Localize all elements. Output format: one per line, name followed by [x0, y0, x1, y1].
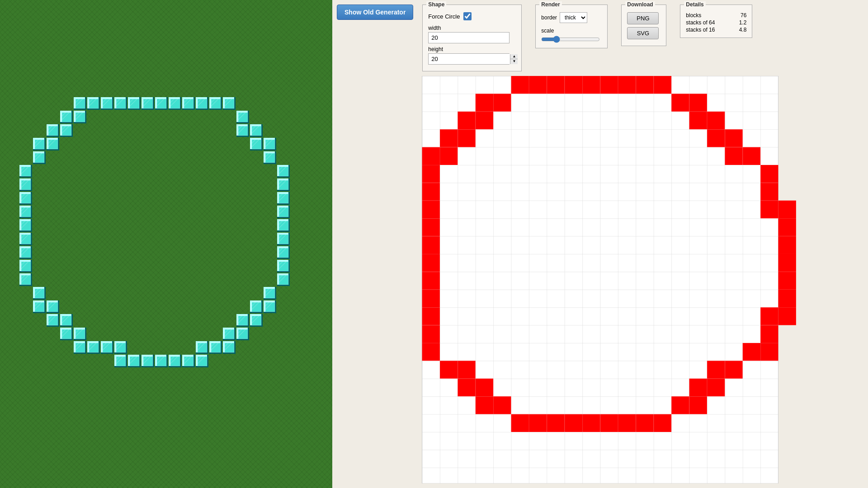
stacks-16-label: stacks of 16 [686, 27, 715, 33]
svg-rect-371 [182, 355, 195, 357]
svg-rect-679 [778, 254, 796, 272]
svg-rect-480 [236, 328, 238, 340]
svg-rect-155 [60, 111, 73, 113]
height-field: height ▲ ▼ [428, 46, 516, 65]
height-input[interactable] [429, 54, 510, 64]
svg-rect-146 [47, 314, 59, 316]
svg-rect-228 [87, 97, 89, 110]
svg-rect-552 [264, 300, 265, 313]
svg-rect-21 [19, 192, 21, 205]
svg-rect-578 [277, 192, 290, 194]
svg-rect-623 [277, 260, 290, 262]
svg-rect-209 [74, 328, 86, 329]
blocks-label: blocks [686, 12, 701, 19]
svg-rect-560 [277, 165, 290, 167]
height-label: height [428, 46, 516, 52]
svg-rect-236 [87, 341, 100, 343]
svg-rect-489 [250, 124, 252, 137]
force-circle-row: Force Circle [428, 12, 516, 20]
blocks-row: blocks 76 [686, 12, 746, 19]
scale-row: scale [541, 28, 602, 44]
height-increment-button[interactable]: ▲ [510, 54, 518, 59]
svg-rect-326 [155, 97, 168, 99]
download-group-label: Download [625, 1, 655, 8]
svg-rect-201 [74, 111, 75, 123]
svg-rect-264 [114, 97, 116, 110]
svg-rect-291 [128, 97, 130, 110]
svg-rect-407 [209, 97, 222, 99]
force-circle-checkbox[interactable] [463, 12, 472, 20]
svg-rect-587 [277, 206, 290, 207]
svg-rect-389 [196, 341, 208, 343]
svg-rect-417 [209, 341, 211, 354]
show-old-generator-button[interactable]: Show Old Generator [337, 5, 413, 20]
circle-preview [13, 90, 320, 398]
shape-group-label: Shape [426, 1, 446, 8]
svg-rect-165 [60, 124, 62, 137]
svg-rect-290 [128, 97, 141, 99]
border-label: border [541, 14, 557, 21]
svg-rect-300 [128, 355, 130, 367]
svg-rect-633 [277, 273, 279, 286]
svg-rect-399 [196, 355, 198, 367]
svg-rect-596 [277, 219, 290, 221]
svg-rect-524 [264, 138, 276, 140]
scale-slider[interactable] [541, 36, 600, 43]
svg-rect-246 [101, 97, 103, 110]
svg-rect-183 [60, 328, 62, 340]
svg-rect-498 [250, 138, 252, 150]
svg-rect-182 [60, 328, 73, 329]
svg-rect-673 [778, 201, 796, 218]
svg-rect-425 [223, 97, 236, 99]
border-row: border thin thick none [541, 12, 602, 23]
grid-svg [337, 76, 863, 483]
svg-rect-200 [74, 111, 86, 113]
svg-rect-615 [277, 246, 279, 259]
svg-rect-443 [223, 341, 236, 343]
svg-rect-110 [33, 300, 46, 302]
svg-rect-245 [101, 97, 113, 99]
svg-rect-453 [236, 111, 238, 123]
grid-area [337, 76, 863, 483]
width-label: width [428, 25, 516, 31]
svg-rect-683 [778, 290, 796, 307]
svg-download-button[interactable]: SVG [627, 27, 659, 39]
svg-rect-362 [182, 97, 195, 99]
width-input[interactable] [428, 32, 509, 43]
top-bar: Show Old Generator Shape Force Circle wi… [337, 5, 863, 71]
svg-rect-588 [277, 206, 279, 218]
height-decrement-button[interactable]: ▼ [510, 59, 518, 64]
border-select[interactable]: thin thick none [560, 12, 587, 23]
svg-rect-12 [19, 178, 21, 191]
svg-rect-444 [223, 341, 225, 354]
svg-rect-561 [277, 165, 279, 178]
svg-rect-416 [209, 341, 222, 343]
svg-rect-681 [778, 272, 796, 289]
svg-rect-398 [196, 355, 208, 357]
svg-rect-164 [60, 124, 73, 126]
svg-rect-713 [422, 76, 778, 483]
svg-rect-570 [277, 178, 279, 191]
svg-rect-191 [74, 97, 86, 99]
svg-rect-192 [74, 97, 75, 110]
svg-rect-273 [114, 341, 116, 354]
height-spin-buttons: ▲ ▼ [510, 54, 518, 64]
svg-rect-156 [60, 111, 62, 123]
blocks-value: 76 [741, 12, 746, 19]
png-download-button[interactable]: PNG [627, 12, 659, 24]
svg-rect-335 [155, 355, 168, 357]
svg-rect-20 [19, 192, 32, 194]
force-circle-label: Force Circle [428, 13, 460, 20]
stacks-64-label: stacks of 64 [686, 19, 715, 26]
svg-rect-579 [277, 192, 279, 205]
svg-rect-74 [19, 273, 32, 275]
svg-rect-281 [114, 355, 127, 357]
stacks-16-value: 4.8 [739, 27, 747, 33]
svg-rect-525 [264, 138, 265, 150]
svg-rect-137 [47, 300, 59, 302]
svg-rect-542 [264, 287, 276, 289]
width-field: width [428, 25, 516, 43]
shape-group: Shape Force Circle width height ▲ ▼ [422, 5, 522, 71]
svg-rect-129 [47, 138, 48, 150]
svg-rect-551 [264, 300, 276, 302]
